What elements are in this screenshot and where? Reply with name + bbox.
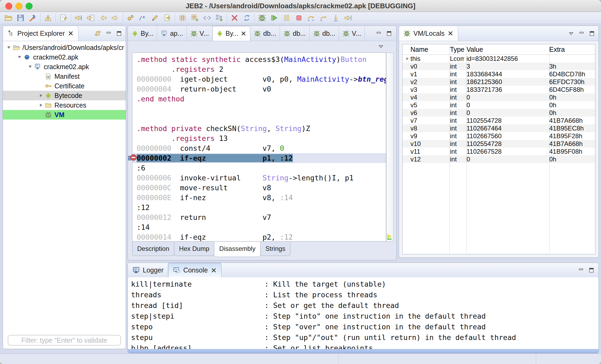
expander-open-icon[interactable] — [5, 45, 13, 50]
xml-tag-button[interactable] — [201, 13, 213, 23]
locals-row-v9[interactable]: v9int110266756041B95F28h — [402, 132, 595, 140]
maximize-icon[interactable] — [589, 30, 595, 37]
locals-row-v11[interactable]: v11int110266752841B95F08h — [402, 148, 595, 155]
tree-item-vm[interactable]: VM — [3, 110, 126, 120]
open-folder-button[interactable] — [2, 13, 14, 23]
close-icon[interactable] — [447, 30, 454, 37]
step-into-button[interactable] — [330, 13, 342, 23]
export-document-button[interactable] — [161, 13, 173, 23]
minimize-icon[interactable] — [578, 267, 584, 274]
console-description: : Step "up"/"out" (run until return) in … — [264, 333, 516, 342]
expander-closed-icon[interactable] — [37, 102, 45, 108]
goto-into-button[interactable] — [72, 13, 85, 23]
console-description: : Step "into" one instruction in the def… — [264, 312, 486, 320]
editor-tab-7[interactable]: V... — [339, 26, 365, 41]
expander-open-icon[interactable] — [26, 64, 34, 70]
cell-name: v9 — [402, 132, 448, 140]
maximize-icon[interactable] — [588, 267, 595, 274]
gears-button[interactable] — [124, 13, 137, 23]
editor-tab-6[interactable]: db... — [310, 26, 339, 41]
step-over-button[interactable] — [305, 13, 317, 23]
console-output[interactable]: kill|terminate: Kill the target (unstabl… — [128, 277, 599, 349]
graph-tree-button[interactable] — [213, 13, 226, 23]
editor-tab-0[interactable]: By... — [128, 26, 157, 41]
run-to-line-button[interactable] — [342, 13, 354, 23]
editor-tab-4[interactable]: db... — [250, 26, 280, 41]
step-out-button[interactable] — [317, 13, 330, 23]
link-with-editor-icon[interactable] — [94, 29, 102, 37]
locals-row-v12[interactable]: v12int00h — [402, 155, 595, 163]
editor-tab-1[interactable]: ap... — [157, 26, 187, 41]
expander-closed-icon[interactable] — [404, 56, 410, 62]
goto-document-button[interactable] — [85, 13, 97, 23]
delete-cross-button[interactable] — [228, 13, 241, 23]
locals-row-v2[interactable]: v2int18621253606EFDC730h — [402, 78, 595, 86]
save-button[interactable] — [14, 13, 27, 23]
filter-input[interactable] — [8, 335, 121, 346]
tab-console[interactable]: Console — [168, 263, 222, 277]
new-note-button[interactable] — [57, 13, 69, 23]
column-header-type[interactable]: Type — [448, 46, 464, 53]
minimize-icon[interactable] — [578, 30, 585, 37]
grid-button[interactable] — [176, 13, 189, 23]
tree-item-manifest[interactable]: XManifest — [3, 72, 126, 81]
tree-item-users-android-downloads-apks-cr[interactable]: /Users/android/Downloads/apks/cr — [3, 43, 126, 52]
tab-hex-dump[interactable]: Hex Dump — [174, 242, 214, 256]
column-header-value[interactable]: Value — [464, 46, 547, 53]
grid-plus-button[interactable] — [189, 13, 201, 23]
locals-row-v1[interactable]: v1int18336843446D4BCD78h — [402, 70, 595, 78]
resume-play-button[interactable] — [268, 13, 280, 23]
locals-row-v7[interactable]: v7int110255472841B7A668h — [402, 117, 595, 124]
expander-closed-icon[interactable] — [37, 93, 45, 98]
disassembly-view[interactable]: .method static synthetic access$3(MainAc… — [132, 53, 386, 242]
locals-row-v10[interactable]: v10int110255472841B7A668h — [402, 140, 595, 148]
refresh-button[interactable] — [241, 13, 253, 23]
pause-button[interactable] — [280, 13, 293, 23]
locals-row-v3[interactable]: v3int18337217366D4C5F88h — [402, 86, 595, 93]
editor-tab-5[interactable]: db... — [280, 26, 310, 41]
tab-strings[interactable]: Strings — [260, 242, 290, 256]
editor-window-buttons — [375, 26, 396, 41]
tree-item-crackme02-apk[interactable]: crackme02.apk — [3, 62, 126, 72]
tree-item-bytecode[interactable]: Bytecode — [3, 91, 126, 100]
tab-project-explorer[interactable]: Project Explorer — [3, 26, 78, 41]
maximize-icon[interactable] — [386, 30, 393, 37]
locals-row-v0[interactable]: v0int33h — [402, 62, 595, 70]
logger-icon — [132, 266, 140, 274]
tree-item-certificate[interactable]: Certificate — [3, 81, 126, 91]
tree-item-crackme02-apk[interactable]: crackme02.apk — [3, 52, 126, 62]
locals-row-v4[interactable]: v4int00h — [402, 93, 595, 101]
close-icon[interactable] — [211, 267, 217, 274]
minimize-icon[interactable] — [105, 30, 112, 37]
minimize-icon[interactable] — [375, 30, 382, 37]
view-menu-icon[interactable] — [568, 30, 575, 37]
editor-tab-2[interactable]: V... — [187, 26, 213, 41]
locals-row-v6[interactable]: v6int00h — [402, 109, 595, 117]
horizontal-scrollbar[interactable] — [128, 349, 599, 353]
locals-row-v5[interactable]: v5int00h — [402, 101, 595, 109]
locals-row-this[interactable]: thisLcom,id=830031242856 — [402, 55, 595, 62]
breakpoint-icon[interactable] — [129, 153, 137, 161]
tab-logger[interactable]: Logger — [128, 263, 168, 277]
editor-tab-3[interactable]: By... — [212, 26, 250, 41]
close-icon[interactable] — [68, 30, 74, 37]
warning-triangle-button[interactable] — [42, 13, 54, 23]
locals-row-v8[interactable]: v8int110266746441B95EC8h — [402, 124, 595, 132]
tree-item-resources[interactable]: Resources — [3, 100, 126, 110]
nav-forward-button[interactable] — [109, 13, 121, 23]
nav-back-button[interactable] — [97, 13, 109, 23]
rename-pencil-button[interactable] — [149, 13, 161, 23]
options-wrench-button[interactable] — [27, 13, 39, 23]
vertical-scrollbar[interactable] — [386, 53, 394, 242]
expander-open-icon[interactable] — [16, 54, 23, 60]
tab-disassembly[interactable]: Disassembly — [214, 242, 260, 257]
view-menu-icon[interactable] — [378, 43, 385, 50]
column-header-name[interactable]: Name — [402, 46, 448, 53]
maximize-icon[interactable] — [116, 30, 122, 37]
tab-vm-locals[interactable]: VM/Locals — [399, 26, 458, 41]
tab-description[interactable]: Description — [132, 242, 174, 256]
suspend-stop-button[interactable] — [293, 13, 305, 23]
comment-button[interactable]: /* — [137, 13, 149, 23]
column-header-extra[interactable]: Extra — [547, 46, 595, 53]
debug-bug-button[interactable] — [256, 13, 268, 23]
